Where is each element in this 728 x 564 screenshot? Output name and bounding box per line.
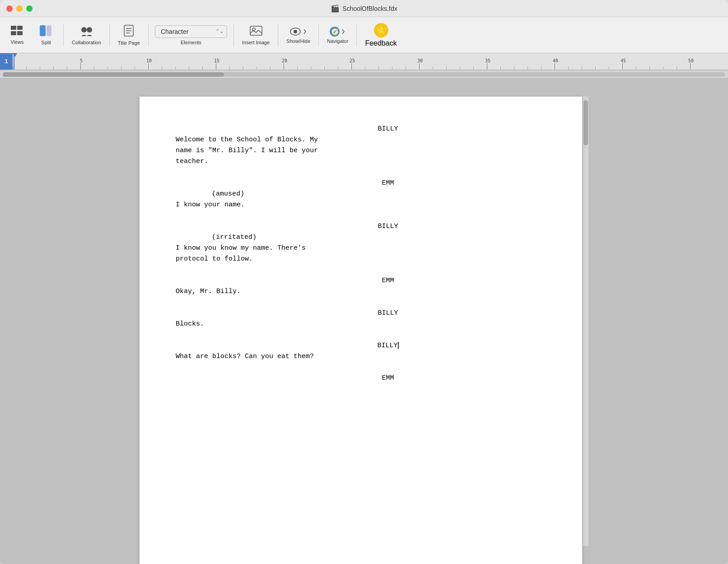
ruler-tick: 50	[690, 63, 691, 70]
ruler-label: 30	[415, 58, 425, 63]
ruler-label: 15	[212, 58, 221, 63]
ruler-tick	[257, 66, 257, 70]
dialogue-emm-2: Okay, Mr. Billy.	[176, 286, 411, 297]
window-controls	[6, 5, 33, 12]
v-scroll-thumb[interactable]	[583, 100, 588, 145]
title-page-label: Title Page	[118, 40, 140, 46]
main-content: 1 5101520253035404550	[0, 53, 728, 564]
views-icon	[11, 26, 23, 37]
character-name-emm-2: EMM	[230, 275, 546, 286]
navigator-button[interactable]: 🧭 Navigator	[322, 24, 353, 47]
ruler-tick: 15	[216, 63, 216, 70]
compass-icon: 🧭	[331, 28, 339, 35]
split-button[interactable]: Split	[33, 23, 60, 48]
scene-block-4: EMM Okay, Mr. Billy.	[176, 275, 546, 297]
toolbar-divider-1	[63, 24, 64, 47]
elements-dropdown[interactable]: Action Scene Heading Character Parenthet…	[152, 23, 230, 47]
title-bar-text: 🎬 SchoolOfBlocks.fdx	[331, 4, 397, 13]
ruler-label: 5	[77, 58, 86, 63]
ruler-tick: 45	[622, 63, 623, 70]
ruler-tick	[202, 66, 203, 70]
ruler-tick	[378, 66, 379, 70]
toolbar: Views Split Collabor	[0, 17, 728, 53]
ruler-tick	[67, 66, 67, 70]
title-page-button[interactable]: Title Page	[113, 22, 145, 48]
ruler-tick	[406, 66, 406, 70]
toolbar-divider-7	[356, 24, 357, 47]
scroll-h-track	[3, 72, 725, 77]
ruler-tick: 40	[555, 63, 555, 70]
editor-scroll[interactable]: BILLY Welcome to the School of Blocks. M…	[0, 79, 728, 564]
ruler-tick	[162, 66, 162, 70]
svg-point-15	[294, 30, 297, 33]
toolbar-divider-3	[148, 24, 149, 47]
ruler-tick: 30	[419, 63, 420, 70]
ruler-tick	[649, 66, 650, 70]
split-label: Split	[41, 40, 51, 45]
character-name-billy-3: BILLY	[230, 308, 546, 319]
ruler-label: 45	[619, 58, 628, 63]
dialogue-billy-3: Blocks.	[176, 319, 411, 330]
ruler-tick	[568, 66, 569, 70]
ruler-tick: 10	[148, 63, 149, 70]
ruler-tick	[107, 66, 108, 70]
views-button[interactable]: Views	[4, 23, 31, 47]
ruler-tick: 5	[80, 63, 81, 70]
scene-block-6: BILLY What are blocks? Can you eat them?	[176, 340, 546, 362]
navigator-label: Navigator	[327, 38, 348, 44]
ruler-tick	[338, 66, 338, 70]
close-button[interactable]	[6, 5, 13, 12]
insert-image-button[interactable]: Insert Image	[238, 23, 274, 48]
title-page-icon	[124, 25, 134, 38]
scene-block-7: EMM	[176, 373, 546, 384]
feedback-button[interactable]: ⭐ Feedback	[360, 20, 401, 50]
ruler-tick: 35	[487, 63, 487, 70]
show-hide-label: Show/Hide	[286, 38, 310, 44]
elements-select[interactable]: Action Scene Heading Character Parenthet…	[155, 25, 227, 38]
ruler-tick	[609, 66, 609, 70]
dialogue-billy-2: I know you know my name. There'sprotocol…	[176, 243, 411, 265]
views-label: Views	[10, 39, 23, 45]
minimize-button[interactable]	[16, 5, 23, 12]
maximize-button[interactable]	[26, 5, 33, 12]
ruler-ticks-area: 5101520253035404550	[13, 53, 728, 70]
ruler-number-1: 1	[5, 58, 8, 65]
screenplay-page[interactable]: BILLY Welcome to the School of Blocks. M…	[140, 97, 582, 564]
scroll-h-thumb[interactable]	[3, 72, 224, 77]
ruler-tick	[121, 66, 121, 70]
ruler-tick	[135, 66, 135, 70]
collaboration-button[interactable]: Collaboration	[67, 23, 106, 48]
split-icon	[40, 25, 52, 38]
ruler-tick	[229, 66, 230, 70]
svg-rect-5	[47, 25, 51, 36]
scene-block-3: BILLY (irritated) I know you know my nam…	[176, 221, 546, 265]
feedback-icon: ⭐	[374, 23, 388, 37]
collaboration-icon	[79, 25, 93, 38]
collaboration-label: Collaboration	[72, 40, 101, 45]
editor-wrapper: 1 5101520253035404550	[0, 53, 728, 564]
ruler-tick	[13, 66, 13, 70]
ruler-tick	[26, 66, 27, 70]
ruler-tick	[94, 66, 94, 70]
show-hide-icon	[290, 27, 307, 37]
navigator-icon: 🧭	[330, 27, 345, 37]
dialogue-billy-1: Welcome to the School of Blocks. Myname …	[176, 135, 411, 167]
svg-rect-2	[11, 31, 16, 35]
toolbar-divider-5	[278, 24, 278, 47]
parenthetical-irritated: (irritated)	[212, 232, 546, 243]
ruler-tick: 20	[284, 63, 284, 70]
show-hide-button[interactable]: Show/Hide	[282, 24, 315, 47]
svg-rect-1	[17, 26, 23, 30]
horizontal-scrollbar[interactable]	[0, 70, 728, 79]
ruler-tick	[53, 66, 54, 70]
ruler-label: 35	[483, 58, 492, 63]
svg-point-7	[87, 27, 92, 33]
svg-rect-4	[40, 25, 46, 36]
ruler-tick	[663, 66, 663, 70]
ruler-tick	[270, 66, 271, 70]
window-title: SchoolOfBlocks.fdx	[342, 5, 397, 12]
elements-label: Elements	[181, 40, 201, 45]
ruler-tick	[311, 66, 311, 70]
ruler-label: 25	[348, 58, 357, 63]
vertical-scrollbar[interactable]	[582, 97, 588, 546]
